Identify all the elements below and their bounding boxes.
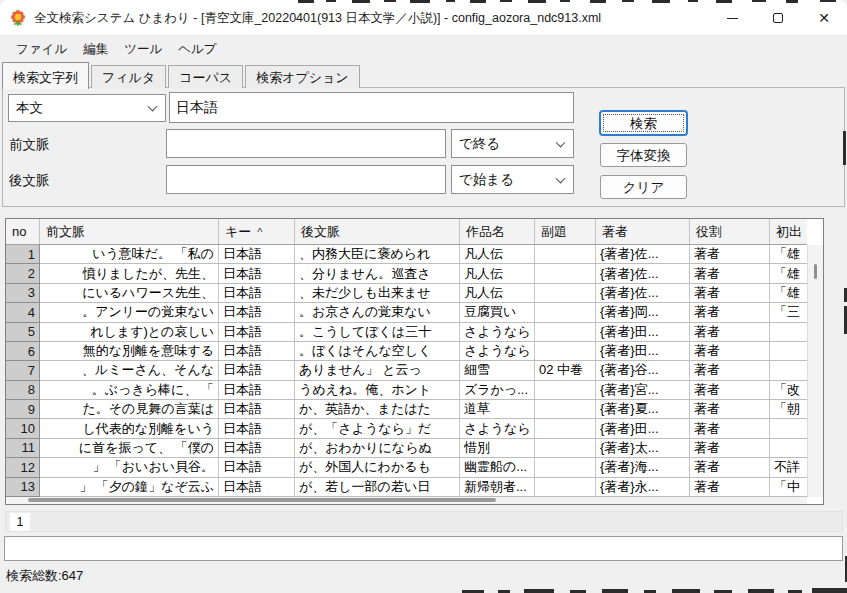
- vertical-scrollbar-thumb[interactable]: [814, 264, 817, 279]
- header-author[interactable]: 著者: [596, 219, 690, 244]
- menu-file[interactable]: ファイル: [8, 38, 75, 61]
- cell-first: 不詳: [770, 458, 807, 476]
- menu-edit[interactable]: 編集: [75, 38, 116, 61]
- tab-filter[interactable]: フィルタ: [91, 65, 166, 88]
- cell-post: うめえね。俺、ホント: [295, 381, 460, 399]
- cell-no: 5: [6, 323, 40, 342]
- back-context-label: 後文脈: [9, 172, 50, 190]
- tab-search-string[interactable]: 検索文字列: [2, 62, 89, 89]
- back-context-mode-select[interactable]: で始まる: [451, 165, 574, 194]
- glyph-convert-button-label: 字体変換: [617, 148, 671, 163]
- cell-sub: [535, 381, 596, 399]
- search-button[interactable]: 検索: [600, 111, 687, 135]
- cell-no: 3: [6, 284, 40, 303]
- cell-pre: に首を振って、 「僕の: [40, 439, 219, 457]
- cell-sub: [535, 284, 596, 302]
- maximize-icon[interactable]: [755, 0, 801, 36]
- cell-post: ありません」 と云っ: [295, 361, 460, 379]
- cell-pre: 憤りましたが、先生、: [40, 264, 219, 282]
- header-pre-context[interactable]: 前文脈: [40, 219, 219, 244]
- table-row[interactable]: 1いう意味だ。 「私の日本語、内務大臣に褒められ凡人伝{著者}佐...著者「雄: [6, 245, 807, 264]
- search-target-value: 本文: [16, 99, 43, 117]
- header-work-title[interactable]: 作品名: [460, 219, 535, 244]
- cell-key: 日本語: [219, 303, 295, 321]
- cell-first: 「雄: [770, 284, 807, 302]
- cell-key: 日本語: [219, 458, 295, 476]
- app-window: 全文検索システム ひまわり - [青空文庫_20220401(913 日本文学／…: [0, 0, 847, 593]
- cell-role: 著者: [690, 323, 770, 341]
- minimize-icon[interactable]: [709, 0, 755, 36]
- clear-button[interactable]: クリア: [600, 175, 687, 199]
- cell-role: 著者: [690, 284, 770, 302]
- cell-post: か、英語か、またはた: [295, 400, 460, 418]
- window-title: 全文検索システム ひまわり - [青空文庫_20220401(913 日本文学／…: [34, 10, 601, 27]
- background-window-fragment: [820, 0, 836, 2]
- cell-key: 日本語: [219, 439, 295, 457]
- bottom-text-input[interactable]: [4, 536, 843, 561]
- table-row[interactable]: 11に首を振って、 「僕の日本語が、おわかりにならぬ惜別{著者}太...著者: [6, 439, 807, 458]
- cell-sub: [535, 342, 596, 360]
- cell-role: 著者: [690, 458, 770, 476]
- sort-asc-icon: ^: [257, 226, 262, 238]
- cell-work: 道草: [460, 400, 535, 418]
- search-target-select[interactable]: 本文: [8, 94, 166, 122]
- front-context-mode-select[interactable]: で終る: [451, 129, 574, 158]
- cell-work: さようなら: [460, 323, 535, 341]
- table-row[interactable]: 7、ルミーさん、そんな日本語ありません」 と云っ細雪02 中巻{著者}谷...著…: [6, 361, 807, 380]
- cell-post: 、未だ少しも出来ませ: [295, 284, 460, 302]
- front-context-input[interactable]: [166, 129, 446, 158]
- header-post-context[interactable]: 後文脈: [295, 219, 460, 244]
- tab-corpus[interactable]: コーパス: [168, 65, 243, 88]
- cell-first: [770, 419, 807, 437]
- clear-button-label: クリア: [623, 180, 664, 195]
- menu-tools[interactable]: ツール: [116, 38, 170, 61]
- cell-work: 豆腐買い: [460, 303, 535, 321]
- close-icon[interactable]: ✕: [801, 0, 847, 36]
- table-row[interactable]: 5れします)との哀しい日本語。こうしてぼくは三十さようなら{著者}田...著者: [6, 323, 807, 342]
- back-context-input[interactable]: [166, 165, 446, 194]
- table-row[interactable]: 8。ぶっきら棒に、 「日本語うめえね。俺、ホントズラかっ...{著者}宮...著…: [6, 381, 807, 400]
- horizontal-scrollbar[interactable]: [6, 497, 807, 504]
- cell-no: 4: [6, 303, 40, 322]
- header-no[interactable]: no: [6, 219, 40, 244]
- background-window-fragment: [843, 131, 846, 165]
- cell-pre: 」 「夕の鐘」なぞ云ふ: [40, 478, 219, 496]
- cell-pre: 。アンリーの覚束ない: [40, 303, 219, 321]
- table-body: 1いう意味だ。 「私の日本語、内務大臣に褒められ凡人伝{著者}佐...著者「雄2…: [6, 245, 807, 497]
- header-subtitle[interactable]: 副題: [535, 219, 596, 244]
- table-row[interactable]: 10し代表的な別離をいう日本語が、「さようなら」ださようなら{著者}田...著者: [6, 419, 807, 438]
- table-row[interactable]: 13」 「夕の鐘」なぞ云ふ日本語が、若し一部の若い日新帰朝者...{著者}永..…: [6, 478, 807, 497]
- table-row[interactable]: 12」 「おいおい貝谷。日本語が、外国人にわかるも幽霊船の...{著者}海...…: [6, 458, 807, 477]
- cell-work: 細雪: [460, 361, 535, 379]
- cell-first: [770, 361, 807, 379]
- table-row[interactable]: 3にいるハワース先生、日本語、未だ少しも出来ませ凡人伝{著者}佐...著者「雄: [6, 284, 807, 303]
- background-window-fragment: [560, 0, 570, 2]
- table-row[interactable]: 4。アンリーの覚束ない日本語。お京さんの覚束ない豆腐買い{著者}岡...著者「三: [6, 303, 807, 322]
- header-key[interactable]: キー^: [219, 219, 295, 244]
- cell-role: 著者: [690, 264, 770, 282]
- cell-auth: {著者}海...: [596, 458, 690, 476]
- cell-role: 著者: [690, 381, 770, 399]
- background-window-fragment: [716, 0, 732, 3]
- chevron-down-icon: [556, 137, 566, 147]
- background-window-fragment: [672, 589, 700, 593]
- cell-key: 日本語: [219, 342, 295, 360]
- horizontal-scrollbar-thumb[interactable]: [28, 498, 496, 502]
- header-first-pub[interactable]: 初出: [770, 219, 807, 244]
- cell-key: 日本語: [219, 361, 295, 379]
- table-row[interactable]: 9た。その見舞の言葉は日本語か、英語か、またはた道草{著者}夏...著者「朝: [6, 400, 807, 419]
- cell-role: 著者: [690, 439, 770, 457]
- cell-no: 6: [6, 342, 40, 361]
- tab-search-options[interactable]: 検索オプション: [245, 65, 360, 88]
- query-input[interactable]: [169, 92, 574, 123]
- table-row[interactable]: 2憤りましたが、先生、日本語、分りません。巡査さ凡人伝{著者}佐...著者「雄: [6, 264, 807, 283]
- cell-auth: {著者}谷...: [596, 361, 690, 379]
- glyph-convert-button[interactable]: 字体変換: [600, 143, 687, 167]
- cell-role: 著者: [690, 245, 770, 263]
- vertical-scrollbar[interactable]: [807, 245, 823, 497]
- cell-first: 「朝: [770, 400, 807, 418]
- menu-help[interactable]: ヘルプ: [170, 38, 224, 61]
- table-row[interactable]: 6無的な別離を意味する日本語。ぼくはそんな空しくさようなら{著者}田...著者: [6, 342, 807, 361]
- back-context-mode-value: で始まる: [459, 171, 514, 189]
- header-role[interactable]: 役割: [690, 219, 770, 244]
